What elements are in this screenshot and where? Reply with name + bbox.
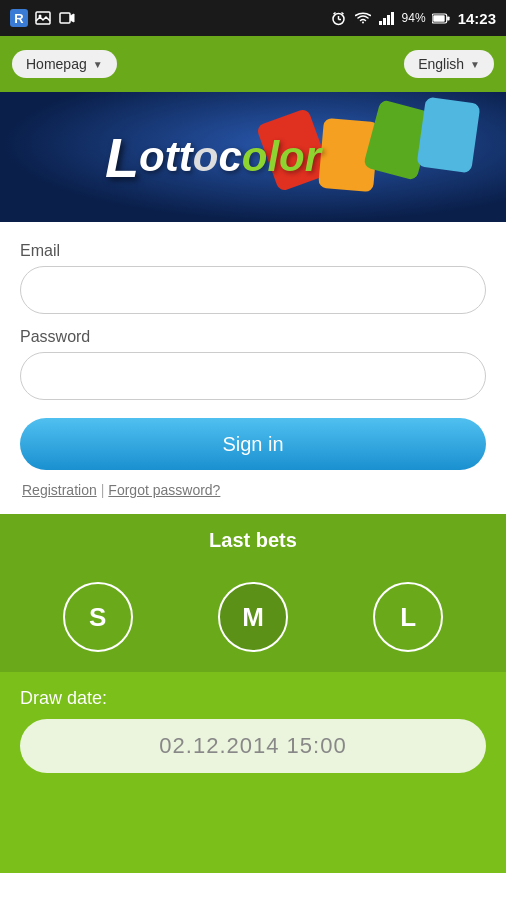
last-bets-header: Last bets: [0, 514, 506, 566]
wifi-icon: [354, 9, 372, 27]
logo-ott: ott: [139, 133, 193, 181]
r-icon: R: [10, 9, 28, 27]
homepage-arrow-icon: ▼: [93, 59, 103, 70]
tabs-section: S M L: [0, 566, 506, 672]
draw-date-value: 02.12.2014 15:00: [159, 733, 346, 759]
signin-button[interactable]: Sign in: [20, 418, 486, 470]
svg-rect-8: [379, 21, 382, 25]
svg-rect-10: [387, 15, 390, 25]
status-bar-right: 94% 14:23: [330, 9, 496, 27]
svg-rect-13: [433, 15, 444, 22]
video-icon: [58, 9, 76, 27]
battery-percentage: 94%: [402, 11, 426, 25]
language-label: English: [418, 56, 464, 72]
tab-M-label: M: [242, 602, 264, 633]
svg-rect-2: [60, 13, 70, 23]
tabs-bottom-space: [0, 652, 506, 672]
card-blue: [416, 97, 480, 174]
svg-rect-11: [391, 12, 394, 25]
draw-section: Draw date: 02.12.2014 15:00: [0, 672, 506, 793]
link-separator: |: [101, 482, 105, 498]
registration-link[interactable]: Registration: [22, 482, 97, 498]
homepage-label: Homepag: [26, 56, 87, 72]
form-section: Email Password Sign in Registration | Fo…: [0, 222, 506, 514]
draw-label: Draw date:: [20, 688, 486, 709]
logo-olor: olor: [242, 133, 321, 181]
tab-L[interactable]: L: [373, 582, 443, 652]
logo-o: o: [193, 133, 219, 181]
nav-bar: Homepag ▼ English ▼: [0, 36, 506, 92]
status-time: 14:23: [458, 10, 496, 27]
logo-c: c: [218, 133, 241, 181]
logo-L: L: [105, 125, 139, 190]
tab-S[interactable]: S: [63, 582, 133, 652]
language-button[interactable]: English ▼: [404, 50, 494, 78]
tab-S-label: S: [89, 602, 106, 633]
battery-icon: [432, 9, 450, 27]
email-input[interactable]: [20, 266, 486, 314]
status-bar: R: [0, 0, 506, 36]
status-bar-left: R: [10, 9, 76, 27]
language-arrow-icon: ▼: [470, 59, 480, 70]
alarm-icon: [330, 9, 348, 27]
banner-logo: L ott o c olor: [105, 125, 321, 190]
draw-date-box: 02.12.2014 15:00: [20, 719, 486, 773]
tab-L-label: L: [400, 602, 416, 633]
bottom-space: [0, 793, 506, 873]
forgot-password-link[interactable]: Forgot password?: [108, 482, 220, 498]
image-icon: [34, 9, 52, 27]
password-label: Password: [20, 328, 486, 346]
tabs-row: S M L: [0, 582, 506, 652]
homepage-button[interactable]: Homepag ▼: [12, 50, 117, 78]
email-label: Email: [20, 242, 486, 260]
svg-rect-9: [383, 18, 386, 25]
last-bets-title: Last bets: [209, 529, 297, 552]
tab-M[interactable]: M: [218, 582, 288, 652]
svg-rect-14: [447, 16, 449, 20]
banner: L ott o c olor: [0, 92, 506, 222]
password-input[interactable]: [20, 352, 486, 400]
signal-icon: [378, 9, 396, 27]
form-links: Registration | Forgot password?: [20, 482, 486, 498]
